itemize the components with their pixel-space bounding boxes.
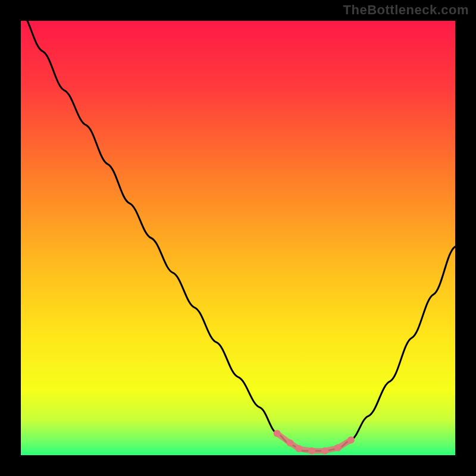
optimal-marker bbox=[295, 445, 302, 452]
plot-background bbox=[21, 21, 455, 455]
optimal-marker bbox=[347, 436, 355, 443]
bottleneck-chart bbox=[0, 0, 476, 476]
optimal-marker bbox=[308, 447, 315, 455]
optimal-marker bbox=[334, 444, 342, 452]
optimal-marker bbox=[274, 430, 281, 437]
watermark-text: TheBottleneck.com bbox=[343, 2, 469, 18]
chart-container: TheBottleneck.com bbox=[0, 0, 476, 476]
optimal-marker bbox=[287, 440, 294, 447]
optimal-marker bbox=[321, 447, 328, 455]
